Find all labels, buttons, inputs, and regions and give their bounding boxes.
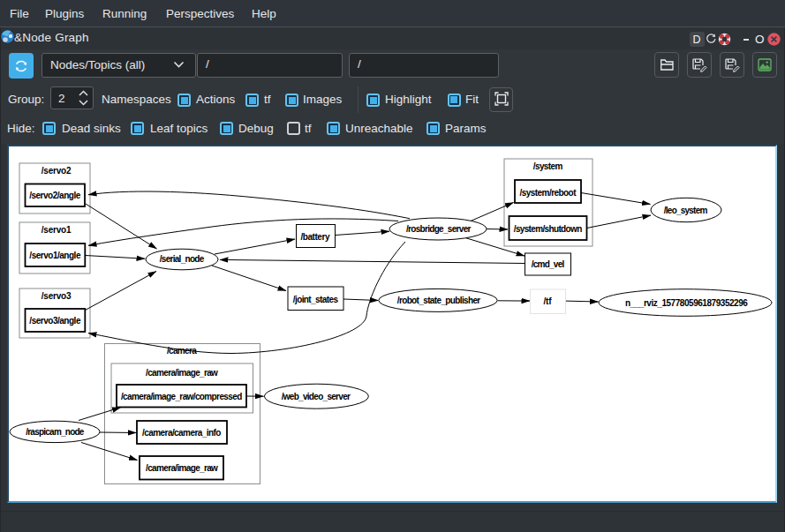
svg-text:/tf: /tf bbox=[544, 296, 553, 306]
svg-text:/system: /system bbox=[533, 161, 563, 171]
svg-text:/system/reboot: /system/reboot bbox=[520, 188, 577, 198]
svg-text:/leo_system: /leo_system bbox=[664, 206, 708, 215]
svg-text:/camera/image_raw: /camera/image_raw bbox=[146, 368, 218, 378]
svg-text:/servo3: /servo3 bbox=[42, 291, 72, 301]
svg-text:/servo1/angle: /servo1/angle bbox=[29, 251, 81, 260]
svg-text:/camera/image_raw/compressed: /camera/image_raw/compressed bbox=[121, 392, 242, 401]
svg-text:/raspicam_node: /raspicam_node bbox=[26, 427, 85, 437]
svg-text:/servo2: /servo2 bbox=[42, 166, 72, 176]
svg-text:/cmd_vel: /cmd_vel bbox=[532, 259, 565, 269]
svg-text:/camera/image_raw: /camera/image_raw bbox=[146, 463, 218, 473]
svg-text:/joint_states: /joint_states bbox=[293, 295, 339, 304]
svg-text:/rosbridge_server: /rosbridge_server bbox=[406, 224, 471, 234]
svg-text:n___rviz_1577805961879352296: n___rviz_1577805961879352296 bbox=[625, 298, 748, 308]
svg-text:/servo1: /servo1 bbox=[42, 225, 72, 235]
svg-text:/web_video_server: /web_video_server bbox=[282, 392, 351, 401]
svg-text:/camera: /camera bbox=[167, 346, 197, 356]
svg-text:/camera/camera_info: /camera/camera_info bbox=[142, 428, 221, 438]
svg-text:/servo3/angle: /servo3/angle bbox=[29, 316, 81, 326]
svg-text:/battery: /battery bbox=[301, 232, 330, 242]
svg-text:/servo2/angle: /servo2/angle bbox=[29, 191, 81, 200]
svg-text:/robot_state_publisher: /robot_state_publisher bbox=[397, 296, 481, 305]
svg-text:/system/shutdown: /system/shutdown bbox=[514, 224, 583, 234]
svg-text:/serial_node: /serial_node bbox=[160, 254, 205, 264]
